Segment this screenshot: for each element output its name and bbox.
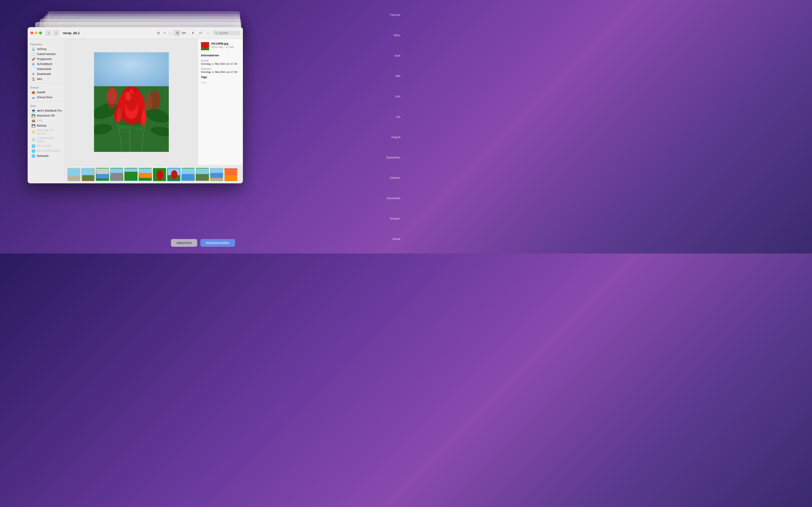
info-section-title: Informationen xyxy=(201,54,240,57)
icon-view-button[interactable]: ⊞ xyxy=(155,30,161,36)
apps-icon: 🚀 xyxy=(31,57,35,61)
sidebar-item-macbook[interactable]: 💻 alex's MacBook Pro xyxy=(29,108,64,113)
sidebar-item-vms: 📦 VMs xyxy=(29,118,64,123)
sidebar-label-icloud-drive: iCloud Drive xyxy=(37,96,52,99)
group-view-button[interactable]: ⊞▾ xyxy=(181,30,187,36)
sidebar-item-backup[interactable]: 💾 Backup xyxy=(29,123,64,128)
timeline-item-november: November xyxy=(386,196,404,200)
created-label: Erstellt xyxy=(201,59,240,62)
desktop-icon: 🖥 xyxy=(31,62,35,66)
sidebar-label-dd23netgear: DD-23-NETGEAR xyxy=(37,150,60,153)
timeline-item-marz: März xyxy=(386,34,404,37)
filename: f0113856.jpg xyxy=(211,42,234,45)
main-panel: f0113856.jpg JPEG-Bild – 4,2 MB Informat… xyxy=(65,39,243,183)
vms-icon: 📦 xyxy=(31,119,35,122)
thumbnail-7[interactable] xyxy=(153,168,166,181)
sidebar-item-apps[interactable]: 🚀 Programme xyxy=(29,57,64,62)
dd22wd-icon: 🌐 xyxy=(31,144,35,148)
sidebar-item-airdrop[interactable]: 📡 AirDrop xyxy=(29,47,64,52)
sidebar-item-macintosh-hd[interactable]: 💾 Macintosh HD xyxy=(29,113,64,118)
created-value: Sonntag, 2. Mai 2021 um 17:34 xyxy=(201,62,240,65)
sidebar-item-home[interactable]: 🏠 alex xyxy=(29,76,64,81)
thumbnail-5[interactable] xyxy=(124,168,138,181)
sidebar-label-home: alex xyxy=(37,77,42,80)
timeline-item-februar: Februar xyxy=(386,13,404,16)
timeline-item-april: April xyxy=(386,54,404,57)
info-panel: f0113856.jpg JPEG-Bild – 4,2 MB Informat… xyxy=(198,39,243,165)
recents-icon: 🕐 xyxy=(31,52,35,56)
cancel-button[interactable]: Abbrechen xyxy=(171,239,197,247)
image-viewer xyxy=(65,39,198,165)
sidebar-label-downloads: Downloads xyxy=(37,72,51,75)
modified-row: Geändert Sonntag, 2. Mai 2021 um 17:34 xyxy=(201,67,240,73)
search-box[interactable]: 🔍 xyxy=(213,31,240,35)
sidebar-item-icloud-drive[interactable]: ☁ iCloud Drive xyxy=(29,95,64,100)
minimize-button[interactable] xyxy=(35,32,38,35)
restore-button[interactable]: Wiederherstellen xyxy=(200,239,235,247)
timeline-item-august: August xyxy=(386,135,404,139)
svg-rect-39 xyxy=(182,168,195,174)
search-input[interactable] xyxy=(219,32,240,35)
thumbnail-2[interactable] xyxy=(82,168,95,181)
share-button[interactable]: ⬆ xyxy=(190,30,196,36)
modified-value: Sonntag, 2. Mai 2021 um 17:34 xyxy=(201,71,240,73)
timeline-item-september: September xyxy=(386,156,404,159)
sidebar-item-network[interactable]: 🌐 Netzwerk xyxy=(29,154,64,159)
sidebar-item-shared[interactable]: 📤 Geteilt xyxy=(29,90,64,95)
finder-content: Favoriten 📡 AirDrop 🕐 Zuletzt benutzt 🚀 … xyxy=(28,39,243,183)
sidebar-item-install-macos: 💿 Install macOS Sequ... xyxy=(29,136,64,144)
svg-rect-45 xyxy=(210,178,223,181)
file-meta: f0113856.jpg JPEG-Bild – 4,2 MB xyxy=(211,42,234,48)
sidebar-favorites-title: Favoriten xyxy=(28,41,65,47)
thumbnail-4[interactable] xyxy=(110,168,123,181)
sidebar-item-desktop[interactable]: 🖥 Schreibtisch xyxy=(29,62,64,66)
sidebar-item-documents[interactable]: 📄 Dokumente xyxy=(29,66,64,71)
list-view-button[interactable]: ≡ xyxy=(162,30,168,36)
sidebar-item-downloads[interactable]: ⬇ Downloads xyxy=(29,71,64,76)
thumbnail-6[interactable] xyxy=(139,168,152,181)
documents-icon: 📄 xyxy=(31,67,35,71)
created-row: Erstellt Sonntag, 2. Mai 2021 um 17:34 xyxy=(201,59,240,65)
column-view-button[interactable]: ⋮⋮ xyxy=(168,30,174,36)
network-icon: 🌐 xyxy=(31,154,35,158)
svg-point-35 xyxy=(157,170,163,180)
sidebar-label-network: Netzwerk xyxy=(37,154,49,158)
tag-button[interactable]: 🏷 xyxy=(198,30,203,36)
svg-point-8 xyxy=(108,89,117,104)
sidebar-icloud-title: iCloud xyxy=(28,84,65,90)
macintosh-hd-icon: 💾 xyxy=(31,114,35,117)
thumbnails-strip: 📄 PDF erstellen 🖼 Bild konvertieren ⋯ Me… xyxy=(65,165,243,183)
thumbnail-9[interactable] xyxy=(182,168,195,181)
icloud-drive-icon: ☁ xyxy=(31,96,35,99)
file-thumbnail xyxy=(201,42,209,50)
thumbnail-3[interactable] xyxy=(96,168,109,181)
close-button[interactable] xyxy=(30,32,33,35)
sidebar-item-wlk-usb: 📀 Wlk USB 3.0 Device xyxy=(29,128,64,136)
svg-rect-40 xyxy=(182,174,195,181)
thumbnail-8[interactable] xyxy=(167,168,180,181)
forward-button[interactable]: › xyxy=(53,30,59,36)
sidebar-label-recents: Zuletzt benutzt xyxy=(37,53,55,56)
finder-window: ‹ › recup_dir.1 ⊞ ≡ ⋮⋮ ⊟ ⊞▾ ⬆ 🏷 ⋯ 🔍 Favo… xyxy=(28,27,243,183)
thumbnail-1[interactable] xyxy=(67,168,81,181)
backup-icon: 💾 xyxy=(31,124,35,127)
airdrop-icon: 📡 xyxy=(31,47,35,51)
view-options-group: ⊞ ≡ ⋮⋮ ⊟ ⊞▾ xyxy=(155,30,187,36)
thumbnail-11[interactable] xyxy=(210,168,223,181)
sidebar-item-recents[interactable]: 🕐 Zuletzt benutzt xyxy=(29,52,64,57)
maximize-button[interactable] xyxy=(39,32,42,35)
thumbnail-12[interactable] xyxy=(224,168,238,181)
search-icon: 🔍 xyxy=(215,32,218,35)
timeline-item-mai: Mai xyxy=(386,74,404,78)
sidebar-item-dd23netgear: 🌐 DD-23-NETGEAR xyxy=(29,149,64,154)
sidebar-label-macbook: alex's MacBook Pro xyxy=(37,109,62,112)
gallery-view-button[interactable]: ⊟ xyxy=(174,30,180,36)
sidebar-divider-1 xyxy=(28,83,65,83)
tags-section-title: Tags xyxy=(201,75,240,79)
sidebar-label-shared: Geteilt xyxy=(37,91,45,94)
sidebar-places-title: Orte xyxy=(28,103,65,108)
more-button[interactable]: ⋯ xyxy=(205,30,211,36)
toolbar: ‹ › recup_dir.1 ⊞ ≡ ⋮⋮ ⊟ ⊞▾ ⬆ 🏷 ⋯ 🔍 xyxy=(28,27,243,39)
back-button[interactable]: ‹ xyxy=(46,30,51,36)
thumbnail-10[interactable] xyxy=(196,168,209,181)
